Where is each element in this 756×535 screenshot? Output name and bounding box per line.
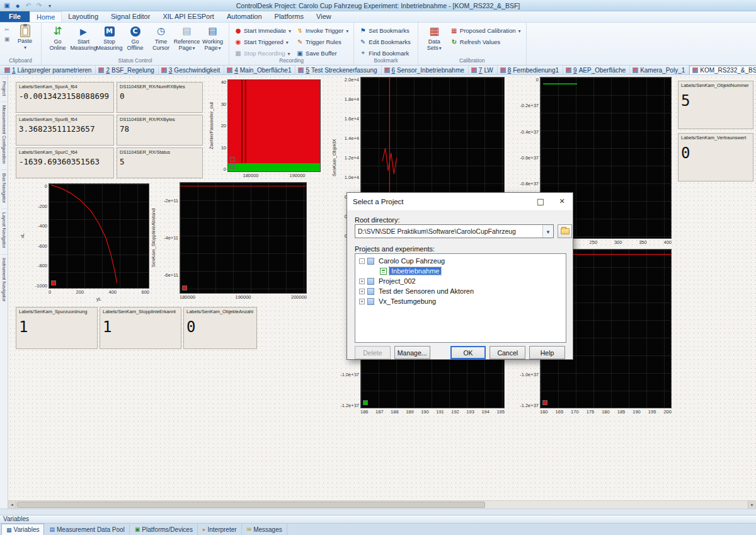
projects-tree[interactable]: - Carolo Cup Fahrzeug Inbetriebnahme + P… — [355, 253, 566, 343]
layout-tab-geschwindigkeit[interactable]: 3 Geschwindigkeit — [159, 66, 224, 74]
display-senkam-spura[interactable]: Labels/SenKam_SpurA_f64 -0.0013423158088… — [16, 82, 114, 113]
undo-icon[interactable] — [24, 1, 33, 10]
rail-measurement-configuration[interactable]: Measurement Configuration — [1, 101, 7, 167]
tab-platforms[interactable]: Platforms — [268, 11, 310, 22]
rail-project[interactable]: Project — [1, 78, 7, 99]
tab-layouting[interactable]: Layouting — [62, 11, 105, 22]
tree-expander-icon[interactable]: - — [359, 258, 365, 264]
bottomtab-interpreter[interactable]: Interpreter — [198, 524, 242, 535]
tab-file[interactable]: File — [0, 11, 30, 22]
display-vertrauenswert[interactable]: Labels/SenKam_Vertraunswert 0 — [678, 133, 753, 181]
tree-expander-icon[interactable]: + — [359, 279, 365, 284]
rail-bus-navigator[interactable]: Bus Navigator — [1, 170, 7, 206]
reference-page-button[interactable]: Reference Page — [174, 24, 200, 51]
layout-tab-kom-rs232-bsf[interactable]: KOM_RS232_&_BSF — [689, 66, 756, 74]
paste-button[interactable]: Paste — [12, 24, 38, 50]
layout-tab-sensor-inbetriebnahme[interactable]: 6 Sensor_Inbetriebnahme — [382, 66, 469, 74]
display-senkam-spurc[interactable]: Labels/SenKam_SpurC_f64 -1639.6936035156… — [16, 147, 114, 178]
display-numrxbytes[interactable]: DS1104SER_RX/NumRXBytes 0 — [117, 82, 203, 113]
stop-measuring-button[interactable]: Stop Measuring — [96, 24, 122, 51]
tree-expander-icon[interactable]: + — [359, 289, 365, 294]
display-spurzuordnung[interactable]: Labels/SenKam_Spurzuordnung 1 — [16, 307, 98, 349]
browse-folder-button[interactable] — [558, 224, 572, 238]
tree-item-inbetriebnahme[interactable]: Inbetriebnahme — [357, 266, 564, 276]
quick-access-icon[interactable] — [13, 1, 22, 10]
ribbon-button-icon — [296, 50, 304, 57]
trigger-rules-button[interactable]: Trigger Rules — [294, 37, 350, 47]
tab-view[interactable]: View — [310, 11, 338, 22]
variables-panel-header[interactable]: Variables — [0, 515, 756, 524]
scrollbar-thumb[interactable] — [17, 502, 485, 508]
stop-recording-button[interactable]: Stop Recording — [232, 48, 293, 58]
cancel-button[interactable]: Cancel — [490, 346, 525, 359]
bottomtab-messages[interactable]: Messages — [243, 524, 287, 535]
cut-icon[interactable] — [3, 26, 11, 33]
layout-tab-bsf-regelung[interactable]: 2 BSF_Regelung — [96, 66, 158, 74]
time-cursor-button[interactable]: Time Cursor — [148, 24, 174, 51]
close-icon[interactable] — [551, 193, 573, 210]
bottomtab-variables[interactable]: Variables — [1, 524, 44, 535]
layout-tab-kamera-poly[interactable]: Kamera_Poly_1 — [630, 66, 689, 74]
display-senkam-spurb[interactable]: Labels/SenKam_SpurB_f64 3.36823511123657 — [16, 115, 114, 146]
help-button[interactable]: Help — [529, 346, 565, 359]
edit-bookmarks-button[interactable]: Edit Bookmarks — [357, 37, 415, 47]
display-objektnummer[interactable]: Labels/SenKam_ObjektNummer 5 — [678, 81, 753, 129]
start-triggered-button[interactable]: Start Triggered — [232, 37, 293, 47]
tick-label: 190 — [421, 409, 429, 417]
maximize-icon[interactable] — [530, 193, 551, 210]
tab-home[interactable]: Home — [30, 11, 62, 22]
layout-tab-test-streckenerfassung[interactable]: 5 Test Streckenerfassung — [295, 66, 381, 74]
tree-item-carolo-cup-fahrzeug[interactable]: - Carolo Cup Fahrzeug — [357, 256, 564, 266]
layout-tab-lw[interactable]: 7 LW — [469, 66, 498, 74]
combo-dropdown-icon[interactable] — [542, 225, 553, 238]
rail-layout-navigator[interactable]: Layout Navigator — [1, 209, 7, 251]
manage-button[interactable]: Manage... — [394, 346, 430, 359]
button-label-line2: Measuring — [70, 45, 96, 51]
redo-icon[interactable] — [35, 1, 43, 10]
plot-xl-yl[interactable]: xL 0-200-400-600-800-1000 0200400600 yL — [19, 183, 149, 303]
display-stopplinie-erkannt[interactable]: Labels/SenKam_StopplinieErkannt 1 — [100, 307, 181, 349]
copy-icon[interactable] — [3, 35, 11, 43]
bottomtab-platforms-devices[interactable]: Platforms/Devices — [130, 524, 198, 535]
save-buffer-button[interactable]: Save Buffer — [294, 48, 350, 58]
delete-button[interactable]: Delete — [355, 346, 391, 359]
refresh-values-button[interactable]: Refresh Values — [449, 37, 523, 47]
layout-tab-laengsregler[interactable]: 1 Längsregler parametrieren — [2, 66, 96, 74]
tree-item-test-der-sensoren[interactable]: + Test der Sensoren und Aktoren — [357, 286, 564, 296]
horizontal-scrollbar[interactable] — [8, 500, 756, 509]
rail-instrument-navigator[interactable]: Instrument Navigator — [1, 254, 7, 305]
layout-tab-main-oberflaeche[interactable]: 4 Main_Oberfläche1 — [224, 66, 295, 74]
plot-zaehlerparameter[interactable]: ZaehlerParameter_out 403020100 180000190… — [208, 79, 321, 180]
tab-automation[interactable]: Automation — [220, 11, 268, 22]
layout-tab-fernbedienung[interactable]: 8 Fernbedienung1 — [498, 66, 563, 74]
root-directory-combobox[interactable]: D:\SVN\SDE Praktikum\Software\CaroloCupF… — [355, 224, 554, 238]
working-page-button[interactable]: Working Page — [200, 24, 226, 51]
display-rxbytes[interactable]: DS1104SER_RX/RXBytes 78 — [117, 115, 203, 146]
scroll-left-icon[interactable] — [8, 501, 16, 509]
tree-expander-icon[interactable]: + — [359, 299, 365, 304]
tab-xil-api-eesport[interactable]: XIL API EESPort — [156, 11, 220, 22]
ok-button[interactable]: OK — [450, 346, 486, 359]
find-bookmark-button[interactable]: Find Bookmark — [357, 48, 415, 58]
proposed-calibration-button[interactable]: Proposed Calibration — [449, 25, 523, 35]
invoke-trigger-button[interactable]: Invoke Trigger — [294, 25, 350, 35]
rail-item-label: Project — [1, 81, 7, 96]
data-sets-button[interactable]: Data Sets — [421, 24, 447, 51]
group-label-calibration: Calibration — [418, 57, 526, 65]
bottomtab-measurement-data-pool[interactable]: Measurement Data Pool — [45, 524, 129, 535]
display-rx-status[interactable]: DS1104SER_RX/Status 5 — [117, 147, 203, 178]
start-measuring-button[interactable]: Start Measuring — [71, 24, 96, 51]
scrollbar-track[interactable] — [16, 501, 748, 509]
plot-stopplinie-abstand[interactable]: SenKam_StopplinieAbstand -2e+11-4e+11-6e… — [150, 182, 307, 302]
tree-item-project-002[interactable]: + Project_002 — [357, 276, 564, 286]
scroll-right-icon[interactable] — [748, 501, 756, 509]
tab-signal-editor[interactable]: Signal Editor — [105, 11, 156, 22]
start-immediate-button[interactable]: Start Immediate — [232, 25, 293, 35]
go-offline-button[interactable]: Go Offline — [122, 24, 148, 51]
go-online-button[interactable]: Go Online — [45, 24, 71, 51]
quick-access-caret-icon[interactable] — [45, 1, 54, 10]
set-bookmarks-button[interactable]: Set Bookmarks — [357, 25, 415, 35]
tree-item-vx-testumgebung[interactable]: + Vx_Testumgebung — [357, 296, 564, 306]
display-objekteanzahl[interactable]: Labels/SenKam_ObjekteAnzahl 0 — [183, 307, 257, 349]
layout-tab-aep-oberflaeche[interactable]: 9 AEP_Oberfläche — [563, 66, 630, 74]
